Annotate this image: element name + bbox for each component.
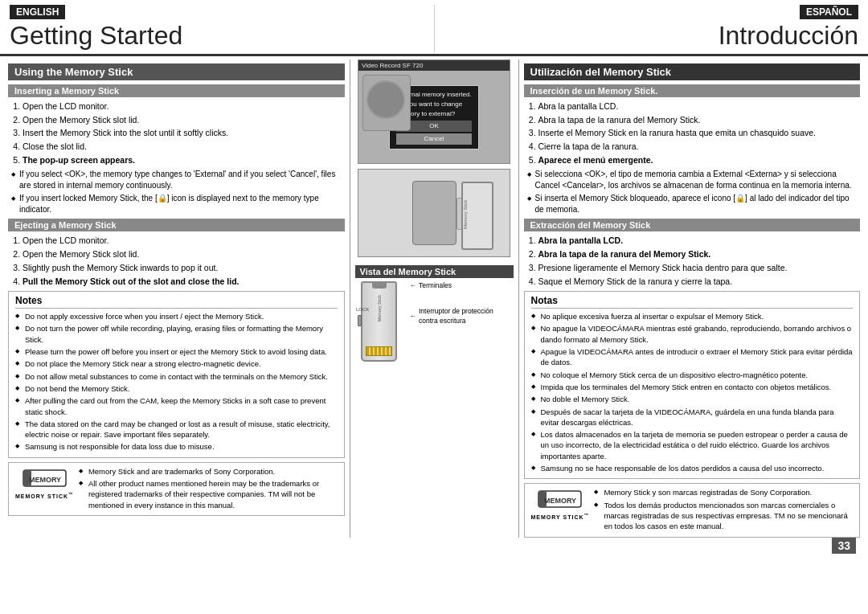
logo-bullet-es-1: Memory Stick y son marcas registradas de…: [594, 487, 853, 497]
svg-text:MEMORY: MEMORY: [544, 497, 576, 505]
notas-title-es: Notas: [531, 295, 854, 309]
bullet-en-2: If you insert locked Memory Stick, the […: [11, 193, 345, 215]
ms-diagram: Memory Stick LOCK ← Terminales: [355, 281, 514, 362]
page-number: 33: [832, 538, 856, 554]
note-en-1: Do not apply excessive force when you in…: [15, 311, 338, 321]
eject-step-en-3: Slightly push the Memory Stick inwards t…: [23, 262, 345, 274]
ms-label-interruptor: ← Interruptor de protección contra escri…: [410, 307, 514, 326]
ejecting-title-es: Extracción del Memory Stick: [524, 219, 861, 231]
notas-box-es: Notas No aplique excesiva fuerza al inse…: [524, 291, 861, 479]
logo-bullet-en-2: All other product names mentioned herein…: [79, 478, 338, 510]
nota-es-2: No apague la VIDEOCÁMARA mientras esté g…: [531, 323, 854, 345]
inserting-steps-es: Abra la pantalla LCD. Abra la tapa de la…: [524, 100, 861, 166]
notas-list-es: No aplique excesiva fuerza al insertar o…: [531, 311, 854, 473]
nota-es-9: Samsung no se hace responsable de los da…: [531, 463, 854, 473]
memory-stick-brand-en: MEMORY STICK™: [15, 492, 74, 499]
step-es-4: Cierre la tapa de la ranura.: [538, 141, 861, 153]
note-en-8: The data stored on the card may be chang…: [15, 419, 338, 440]
notes-list-en: Do not apply excessive force when you in…: [15, 311, 338, 452]
page-title-left: Getting Started: [10, 21, 426, 52]
inserting-title-es: Inserción de un Memory Stick.: [524, 84, 861, 97]
ms-label-terminales: ← Terminales: [410, 281, 514, 291]
note-en-9: Samsung is not responsible for data loss…: [15, 441, 338, 452]
step-es-3: Inserte el Memory Stick en la ranura has…: [538, 127, 861, 139]
vista-title: Vista del Memory Stick: [355, 265, 514, 278]
note-en-3: Please turn the power off before you ins…: [15, 346, 338, 357]
inserting-bullets-en: If you select <OK>, the memory type chan…: [8, 169, 345, 215]
nota-es-4: No coloque el Memory Stick cerca de un d…: [531, 370, 854, 380]
memory-stick-brand-es: MEMORY STICK™: [531, 513, 590, 520]
note-en-5: Do not allow metal substances to come in…: [15, 371, 338, 382]
cam-top-bar: Video Record SF 720: [358, 60, 510, 71]
logo-text-es: Memory Stick y son marcas registradas de…: [594, 487, 853, 533]
logo-bullet-en-1: Memory Stick and are trademarks of Sony …: [79, 466, 338, 477]
inserting-title-en: Inserting a Memory Stick: [8, 84, 345, 97]
cam-cancel-btn: Cancel: [396, 133, 471, 145]
ejecting-steps-en: Open the LCD monitor. Open the Memory St…: [8, 235, 345, 287]
eject-step-es-4: Saque el Memory Stick de la ranura y cie…: [538, 276, 861, 288]
logo-bullets-es: Memory Stick y son marcas registradas de…: [594, 487, 853, 531]
ejecting-camera-image: Memory Stick: [358, 169, 510, 257]
step-en-5: The pop-up screen appears.: [23, 154, 345, 166]
note-en-4: Do not place the Memory Stick near a str…: [15, 358, 338, 369]
notes-title-en: Notes: [15, 295, 338, 309]
inserting-steps-en: Open the LCD monitor. Open the Memory St…: [8, 100, 345, 166]
bullet-es-2: Si inserta el Memory Stick bloqueado, ap…: [527, 193, 861, 215]
note-en-6: Do not bend the Memory Stick.: [15, 383, 338, 394]
left-column: Using the Memory Stick Inserting a Memor…: [8, 59, 350, 538]
step-en-1: Open the LCD monitor.: [23, 100, 345, 113]
nota-es-8: Los datos almacenados en la tarjeta de m…: [531, 429, 854, 461]
step-es-2: Abra la tapa de la ranura del Memory Sti…: [538, 114, 861, 126]
cam-body: External memory inserted. Do you want to…: [358, 71, 510, 163]
bullet-es-1: Si selecciona <OK>, el tipo de memoria c…: [527, 169, 861, 191]
camera-dialog-image: Video Record SF 720 External memory inse…: [358, 59, 510, 164]
inserting-bullets-es: Si selecciona <OK>, el tipo de memoria c…: [524, 169, 861, 215]
nota-es-7: Después de sacar la tarjeta de la VIDEOC…: [531, 407, 854, 428]
logo-text-en: Memory Stick and are trademarks of Sony …: [79, 466, 338, 512]
svg-text:MEMORY: MEMORY: [29, 476, 61, 484]
step-en-2: Open the Memory Stick slot lid.: [23, 114, 345, 126]
cam-title: Video Record SF 720: [362, 62, 423, 69]
nota-es-3: Apague la VIDEOCÁMARA antes de introduci…: [531, 346, 854, 368]
bullet-en-1: If you select <OK>, the memory type chan…: [11, 169, 345, 191]
ms-labels: ← Terminales ← Interruptor de protección…: [410, 281, 514, 330]
ejecting-steps-es: Abra la pantalla LCD. Abra la tapa de la…: [524, 235, 861, 287]
logo-bullet-es-2: Todos los demás productos mencionados so…: [594, 500, 853, 532]
logo-box-es: MEMORY MEMORY STICK™ Memory Stick y son …: [524, 483, 861, 537]
vista-section: Vista del Memory Stick Memory Stick LOCK: [355, 265, 514, 365]
nota-es-1: No aplique excesiva fuerza al insertar o…: [531, 311, 854, 321]
center-column: Video Record SF 720 External memory inse…: [350, 59, 519, 538]
note-en-7: After pulling the card out from the CAM,…: [15, 395, 338, 417]
eject-step-es-2: Abra la tapa de la ranura del Memory Sti…: [538, 248, 861, 260]
nota-es-6: No doble el Memory Stick.: [531, 394, 854, 404]
memory-stick-logo-icon: MEMORY: [23, 466, 67, 490]
espanol-section-header: ESPAÑOL Introducción: [435, 5, 859, 52]
eject-step-en-1: Open the LCD monitor.: [23, 235, 345, 247]
ejecting-title-en: Ejecting a Memory Stick: [8, 219, 345, 231]
logo-bullets-en: Memory Stick and are trademarks of Sony …: [79, 466, 338, 510]
nota-es-5: Impida que los terminales del Memory Sti…: [531, 382, 854, 392]
espanol-tag: ESPAÑOL: [800, 5, 858, 19]
step-es-1: Abra la pantalla LCD.: [538, 100, 861, 113]
memory-stick-logo-en: MEMORY MEMORY STICK™: [15, 466, 74, 499]
eject-step-en-4: Pull the Memory Stick out of the slot an…: [23, 276, 345, 288]
memory-stick-logo-es: MEMORY MEMORY STICK™: [531, 487, 590, 520]
right-main-title: Utilización del Memory Stick: [524, 63, 861, 80]
logo-box-en: MEMORY MEMORY STICK™ Memory Stick and ar…: [8, 462, 345, 516]
step-en-3: Insert the Memory Stick into the slot un…: [23, 127, 345, 139]
step-en-4: Close the slot lid.: [23, 141, 345, 153]
page-title-right: Introducción: [443, 21, 859, 52]
right-column: Utilización del Memory Stick Inserción d…: [519, 59, 861, 538]
eject-step-es-1: Abra la pantalla LCD.: [538, 235, 861, 247]
ms-visual: Memory Stick LOCK: [355, 281, 403, 362]
memory-stick-logo-icon-es: MEMORY: [538, 487, 582, 511]
eject-step-en-2: Open the Memory Stick slot lid.: [23, 248, 345, 260]
english-tag: ENGLISH: [10, 5, 65, 19]
left-main-title: Using the Memory Stick: [8, 63, 345, 80]
notes-box-en: Notes Do not apply excessive force when …: [8, 291, 345, 458]
eject-step-es-3: Presione ligeramente el Memory Stick hac…: [538, 262, 861, 274]
note-en-2: Do not turn the power off while recordin…: [15, 323, 338, 345]
english-section-header: ENGLISH Getting Started: [10, 5, 435, 52]
step-es-5: Aparece el menú emergente.: [538, 154, 861, 166]
